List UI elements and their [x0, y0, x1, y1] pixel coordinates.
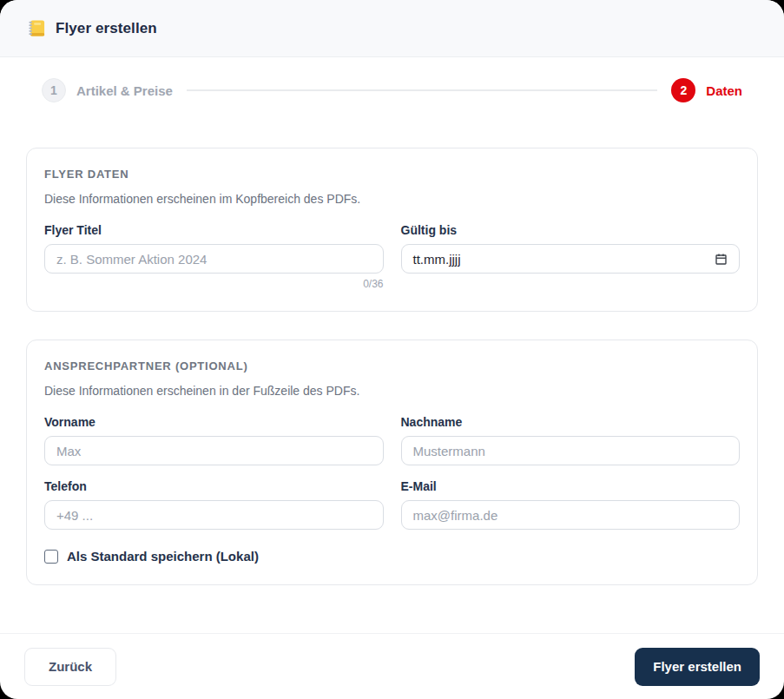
save-default-label[interactable]: Als Standard speichern (Lokal) — [67, 549, 259, 564]
step-1-label: Artikel & Preise — [76, 83, 173, 98]
step-2-circle: 2 — [671, 78, 695, 102]
valid-until-date-input[interactable]: tt.mm.jjjj — [401, 244, 741, 274]
first-name-label: Vorname — [44, 415, 384, 429]
step-1-circle: 1 — [42, 78, 66, 102]
flyer-title-input[interactable] — [44, 244, 384, 274]
email-field-group: E-Mail — [401, 479, 741, 530]
valid-until-label: Gültig bis — [401, 223, 741, 237]
last-name-field-group: Nachname — [401, 415, 741, 465]
valid-until-date-value: tt.mm.jjjj — [413, 252, 461, 267]
flyer-data-card: FLYER DATEN Diese Informationen erschein… — [26, 148, 758, 312]
step-daten[interactable]: 2 Daten — [671, 78, 742, 102]
stepper: 1 Artikel & Preise 2 Daten — [0, 57, 784, 102]
valid-until-field-group: Gültig bis tt.mm.jjjj — [401, 223, 741, 290]
last-name-input[interactable] — [401, 436, 741, 465]
flyer-data-section-subtitle: Diese Informationen erscheinen im Kopfbe… — [44, 192, 740, 206]
phone-input[interactable] — [44, 500, 384, 530]
phone-label: Telefon — [44, 479, 384, 493]
flyer-title-char-counter: 0/36 — [44, 278, 384, 290]
flyer-title-field-group: Flyer Titel 0/36 — [44, 223, 384, 290]
dialog-content: 1 Artikel & Preise 2 Daten FLYER DATEN D… — [0, 57, 784, 633]
save-default-checkbox[interactable] — [44, 550, 58, 564]
first-name-input[interactable] — [44, 436, 384, 465]
email-label: E-Mail — [401, 479, 741, 493]
contact-section-title: ANSPRECHPARTNER (OPTIONAL) — [44, 359, 740, 373]
back-button[interactable]: Zurück — [24, 648, 116, 686]
ledger-icon — [26, 18, 46, 38]
flyer-title-label: Flyer Titel — [44, 223, 384, 237]
calendar-icon[interactable] — [715, 253, 728, 266]
dialog-footer: Zurück Flyer erstellen — [0, 633, 784, 699]
email-input[interactable] — [401, 500, 741, 530]
contact-card: ANSPRECHPARTNER (OPTIONAL) Diese Informa… — [26, 340, 758, 585]
dialog-header: Flyer erstellen — [0, 0, 784, 57]
stepper-connector — [187, 89, 657, 91]
flyer-create-dialog: Flyer erstellen 1 Artikel & Preise 2 Dat… — [0, 0, 784, 699]
step-artikel-preise[interactable]: 1 Artikel & Preise — [42, 78, 173, 102]
flyer-data-section-title: FLYER DATEN — [44, 168, 740, 181]
last-name-label: Nachname — [401, 415, 741, 429]
first-name-field-group: Vorname — [44, 415, 384, 465]
save-default-row: Als Standard speichern (Lokal) — [44, 549, 740, 564]
step-2-label: Daten — [706, 83, 742, 98]
phone-field-group: Telefon — [44, 479, 384, 530]
dialog-title: Flyer erstellen — [56, 20, 157, 37]
contact-section-subtitle: Diese Informationen erscheinen in der Fu… — [44, 384, 740, 398]
create-flyer-button[interactable]: Flyer erstellen — [635, 648, 760, 686]
